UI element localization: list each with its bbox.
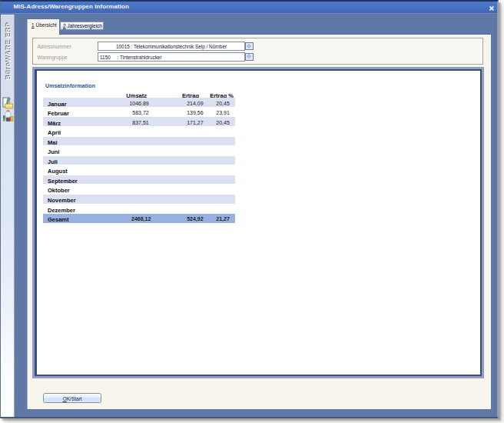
svg-text:BüroWARE ERP: BüroWARE ERP	[5, 22, 12, 80]
